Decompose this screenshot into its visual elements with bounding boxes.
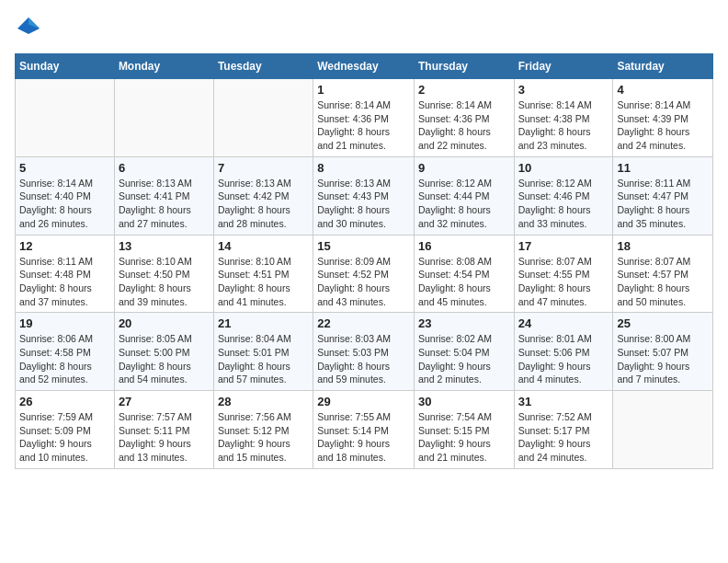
calendar-day-cell — [213, 79, 313, 157]
day-number: 24 — [518, 316, 609, 330]
day-info: Sunrise: 7:56 AM Sunset: 5:12 PM Dayligh… — [218, 410, 309, 465]
calendar-day-cell: 14Sunrise: 8:10 AM Sunset: 4:51 PM Dayli… — [213, 235, 313, 313]
calendar-day-cell — [114, 79, 213, 157]
day-info: Sunrise: 8:03 AM Sunset: 5:03 PM Dayligh… — [317, 332, 410, 386]
calendar-day-cell: 18Sunrise: 8:07 AM Sunset: 4:57 PM Dayli… — [613, 235, 713, 313]
day-number: 17 — [518, 239, 609, 253]
day-info: Sunrise: 8:11 AM Sunset: 4:47 PM Dayligh… — [617, 177, 709, 231]
calendar-table: SundayMondayTuesdayWednesdayThursdayFrid… — [15, 53, 713, 469]
calendar-day-cell: 12Sunrise: 8:11 AM Sunset: 4:48 PM Dayli… — [16, 235, 115, 313]
day-info: Sunrise: 8:07 AM Sunset: 4:57 PM Dayligh… — [617, 255, 709, 309]
calendar-day-cell — [16, 79, 115, 157]
day-number: 29 — [317, 395, 410, 408]
calendar-day-cell: 13Sunrise: 8:10 AM Sunset: 4:50 PM Dayli… — [114, 235, 213, 313]
day-info: Sunrise: 8:00 AM Sunset: 5:07 PM Dayligh… — [617, 332, 709, 386]
day-number: 25 — [617, 316, 709, 330]
day-number: 6 — [119, 161, 210, 175]
day-of-week-header: Tuesday — [213, 54, 313, 79]
day-number: 18 — [617, 239, 709, 253]
calendar-day-cell — [613, 391, 713, 469]
day-number: 26 — [19, 395, 110, 408]
day-number: 20 — [119, 316, 210, 330]
calendar-day-cell: 19Sunrise: 8:06 AM Sunset: 4:58 PM Dayli… — [16, 313, 115, 391]
day-info: Sunrise: 8:11 AM Sunset: 4:48 PM Dayligh… — [19, 255, 110, 309]
calendar-day-cell: 15Sunrise: 8:09 AM Sunset: 4:52 PM Dayli… — [313, 235, 415, 313]
day-number: 27 — [119, 395, 210, 408]
day-number: 21 — [218, 316, 309, 330]
day-info: Sunrise: 8:10 AM Sunset: 4:51 PM Dayligh… — [218, 255, 309, 309]
day-info: Sunrise: 8:02 AM Sunset: 5:04 PM Dayligh… — [418, 332, 510, 386]
day-number: 12 — [19, 239, 110, 253]
calendar-day-cell: 17Sunrise: 8:07 AM Sunset: 4:55 PM Dayli… — [514, 235, 613, 313]
day-info: Sunrise: 8:14 AM Sunset: 4:38 PM Dayligh… — [518, 98, 609, 153]
day-number: 13 — [119, 239, 210, 253]
day-info: Sunrise: 8:13 AM Sunset: 4:41 PM Dayligh… — [119, 177, 210, 231]
calendar-week-row: 1Sunrise: 8:14 AM Sunset: 4:36 PM Daylig… — [16, 79, 713, 157]
day-info: Sunrise: 8:12 AM Sunset: 4:46 PM Dayligh… — [518, 177, 609, 231]
day-number: 4 — [617, 83, 709, 97]
day-number: 16 — [418, 239, 510, 253]
day-info: Sunrise: 7:54 AM Sunset: 5:15 PM Dayligh… — [418, 410, 510, 465]
calendar-day-cell: 21Sunrise: 8:04 AM Sunset: 5:01 PM Dayli… — [213, 313, 313, 391]
day-number: 19 — [19, 316, 110, 330]
day-of-week-header: Thursday — [414, 54, 514, 79]
day-info: Sunrise: 7:57 AM Sunset: 5:11 PM Dayligh… — [119, 410, 210, 465]
calendar-day-cell: 4Sunrise: 8:14 AM Sunset: 4:39 PM Daylig… — [613, 79, 713, 157]
calendar-week-row: 5Sunrise: 8:14 AM Sunset: 4:40 PM Daylig… — [16, 156, 713, 235]
day-number: 11 — [617, 161, 709, 175]
calendar-week-row: 19Sunrise: 8:06 AM Sunset: 4:58 PM Dayli… — [16, 313, 713, 391]
day-info: Sunrise: 8:08 AM Sunset: 4:54 PM Dayligh… — [418, 255, 510, 309]
day-number: 8 — [317, 161, 410, 175]
day-info: Sunrise: 8:14 AM Sunset: 4:40 PM Dayligh… — [19, 177, 110, 231]
calendar-day-cell: 27Sunrise: 7:57 AM Sunset: 5:11 PM Dayli… — [114, 391, 213, 469]
day-of-week-header: Saturday — [613, 54, 713, 79]
day-info: Sunrise: 8:13 AM Sunset: 4:43 PM Dayligh… — [317, 177, 410, 231]
day-info: Sunrise: 8:10 AM Sunset: 4:50 PM Dayligh… — [119, 255, 210, 309]
day-number: 22 — [317, 316, 410, 330]
day-number: 3 — [518, 83, 609, 97]
day-of-week-header: Wednesday — [313, 54, 415, 79]
calendar-day-cell: 3Sunrise: 8:14 AM Sunset: 4:38 PM Daylig… — [514, 79, 613, 157]
day-number: 5 — [19, 161, 110, 175]
day-info: Sunrise: 8:05 AM Sunset: 5:00 PM Dayligh… — [119, 332, 210, 386]
calendar-header-row: SundayMondayTuesdayWednesdayThursdayFrid… — [16, 54, 713, 79]
calendar-week-row: 12Sunrise: 8:11 AM Sunset: 4:48 PM Dayli… — [16, 235, 713, 313]
calendar-week-row: 26Sunrise: 7:59 AM Sunset: 5:09 PM Dayli… — [16, 391, 713, 469]
day-of-week-header: Monday — [114, 54, 213, 79]
day-number: 15 — [317, 239, 410, 253]
day-info: Sunrise: 7:52 AM Sunset: 5:17 PM Dayligh… — [518, 410, 609, 465]
day-number: 14 — [218, 239, 309, 253]
calendar-day-cell: 22Sunrise: 8:03 AM Sunset: 5:03 PM Dayli… — [313, 313, 415, 391]
calendar-day-cell: 10Sunrise: 8:12 AM Sunset: 4:46 PM Dayli… — [514, 156, 613, 235]
calendar-day-cell: 20Sunrise: 8:05 AM Sunset: 5:00 PM Dayli… — [114, 313, 213, 391]
day-number: 28 — [218, 395, 309, 408]
logo-icon — [15, 15, 42, 42]
day-info: Sunrise: 8:01 AM Sunset: 5:06 PM Dayligh… — [518, 332, 609, 386]
calendar-day-cell: 11Sunrise: 8:11 AM Sunset: 4:47 PM Dayli… — [613, 156, 713, 235]
day-of-week-header: Friday — [514, 54, 613, 79]
day-info: Sunrise: 7:55 AM Sunset: 5:14 PM Dayligh… — [317, 410, 410, 465]
calendar-day-cell: 8Sunrise: 8:13 AM Sunset: 4:43 PM Daylig… — [313, 156, 415, 235]
calendar-day-cell: 28Sunrise: 7:56 AM Sunset: 5:12 PM Dayli… — [213, 391, 313, 469]
calendar-day-cell: 5Sunrise: 8:14 AM Sunset: 4:40 PM Daylig… — [16, 156, 115, 235]
logo — [15, 15, 46, 42]
day-number: 31 — [518, 395, 609, 408]
calendar-day-cell: 29Sunrise: 7:55 AM Sunset: 5:14 PM Dayli… — [313, 391, 415, 469]
day-of-week-header: Sunday — [16, 54, 115, 79]
day-number: 1 — [317, 83, 410, 97]
day-info: Sunrise: 7:59 AM Sunset: 5:09 PM Dayligh… — [19, 410, 110, 465]
calendar-day-cell: 26Sunrise: 7:59 AM Sunset: 5:09 PM Dayli… — [16, 391, 115, 469]
calendar-day-cell: 7Sunrise: 8:13 AM Sunset: 4:42 PM Daylig… — [213, 156, 313, 235]
calendar-day-cell: 1Sunrise: 8:14 AM Sunset: 4:36 PM Daylig… — [313, 79, 415, 157]
header — [15, 15, 713, 42]
day-info: Sunrise: 8:14 AM Sunset: 4:36 PM Dayligh… — [317, 98, 410, 153]
day-info: Sunrise: 8:06 AM Sunset: 4:58 PM Dayligh… — [19, 332, 110, 386]
calendar-day-cell: 30Sunrise: 7:54 AM Sunset: 5:15 PM Dayli… — [414, 391, 514, 469]
calendar-day-cell: 24Sunrise: 8:01 AM Sunset: 5:06 PM Dayli… — [514, 313, 613, 391]
day-number: 7 — [218, 161, 309, 175]
day-number: 9 — [418, 161, 510, 175]
calendar-day-cell: 23Sunrise: 8:02 AM Sunset: 5:04 PM Dayli… — [414, 313, 514, 391]
day-info: Sunrise: 8:13 AM Sunset: 4:42 PM Dayligh… — [218, 177, 309, 231]
day-number: 23 — [418, 316, 510, 330]
day-info: Sunrise: 8:14 AM Sunset: 4:36 PM Dayligh… — [418, 98, 510, 153]
